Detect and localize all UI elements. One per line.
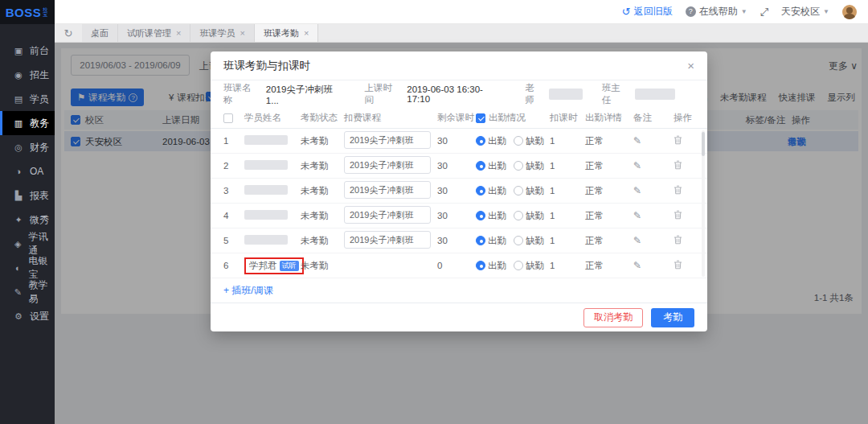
radio-absent[interactable]: 缺勤 [514, 185, 544, 197]
finance-icon: ◎ [13, 142, 24, 153]
sidebar-item-财务[interactable]: ◎财务 [0, 135, 55, 159]
sidebar-item-label: 前台 [30, 44, 49, 58]
sidebar-item-电银宝[interactable]: ◐电银宝 [0, 256, 55, 280]
radio-absent[interactable]: 缺勤 [514, 260, 544, 272]
edit-note-icon[interactable]: ✎ [633, 260, 641, 271]
radio-absent[interactable]: 缺勤 [514, 235, 544, 247]
delete-icon[interactable] [674, 235, 682, 245]
modal-header: 班课考勤与扣课时 × [211, 51, 707, 80]
avatar[interactable] [842, 5, 857, 19]
sidebar-item-微秀[interactable]: ✦微秀 [0, 208, 55, 232]
delete-icon[interactable] [674, 135, 682, 145]
back-to-old-version-link[interactable]: ↺ 返回旧版 [622, 5, 673, 19]
tab-label: 班课学员 [199, 27, 235, 39]
class-time-value: 2019-06-03 16:30-17:10 [407, 84, 506, 104]
student-icon: ▤ [13, 94, 24, 105]
weixiu-icon: ✦ [13, 215, 24, 225]
course-input[interactable]: 2019尖子冲刺班 [344, 156, 431, 174]
trial-badge: 试听 [280, 261, 299, 271]
academic-icon: ▥ [13, 118, 24, 129]
delete-icon[interactable] [674, 160, 682, 170]
delete-icon[interactable] [674, 260, 682, 270]
course-input[interactable]: 2019尖子冲刺班 [344, 206, 431, 224]
deduct-hours: 1 [550, 261, 585, 270]
sidebar-item-label: 教务 [30, 117, 49, 130]
edit-note-icon[interactable]: ✎ [633, 185, 641, 196]
edit-note-icon[interactable]: ✎ [633, 160, 641, 171]
modal-column-header: 学员姓名 [244, 112, 301, 124]
modal-column-header: 备注 [633, 112, 674, 124]
radio-present[interactable]: 出勤 [476, 185, 506, 197]
student-name-redacted [244, 135, 288, 145]
sidebar-item-OA[interactable]: ◑OA [0, 159, 55, 183]
select-all-checkbox[interactable] [223, 113, 233, 123]
close-icon[interactable]: × [240, 28, 244, 38]
sidebar-item-label: 微秀 [30, 213, 49, 227]
student-name-redacted [244, 160, 288, 170]
sidebar-item-前台[interactable]: ▣前台 [0, 39, 55, 63]
tab-试听课管理[interactable]: 试听课管理× [118, 24, 190, 42]
app-logo: BOSS 校宝 [0, 0, 55, 24]
sidebar-item-label: 电银宝 [29, 254, 55, 282]
delete-icon[interactable] [674, 185, 682, 195]
tab-桌面[interactable]: 桌面 [82, 24, 118, 42]
sidebar-item-label: 报表 [30, 189, 49, 203]
fullscreen-icon[interactable]: ⤢ [760, 6, 768, 19]
campus-switcher[interactable]: 天安校区 ▼ [781, 5, 829, 19]
oa-icon: ◑ [13, 167, 24, 176]
teacher-name-redacted [549, 89, 583, 100]
attendance-status: 未考勤 [301, 260, 344, 272]
delete-icon[interactable] [674, 210, 682, 220]
insert-class-link[interactable]: + 插班/调课 [223, 284, 273, 298]
refresh-icon[interactable]: ↻ [55, 24, 82, 42]
online-help-menu[interactable]: ? 在线帮助 ▼ [686, 5, 747, 19]
report-chart-icon: ▙ [13, 191, 24, 201]
tab-班课考勤[interactable]: 班课考勤× [255, 24, 318, 42]
sidebar-item-教务[interactable]: ▥教务 [0, 111, 55, 135]
row-number: 5 [223, 236, 244, 245]
sidebar-item-学员[interactable]: ▤学员 [0, 87, 55, 111]
sidebar-item-教学易[interactable]: ✎教学易 [0, 280, 55, 304]
student-row: 5未考勤2019尖子冲刺班30出勤缺勤1正常✎ [211, 228, 707, 253]
edit-note-icon[interactable]: ✎ [633, 210, 641, 221]
course-input[interactable]: 2019尖子冲刺班 [344, 231, 431, 249]
radio-present[interactable]: 出勤 [476, 135, 506, 147]
attendance-status: 未考勤 [301, 235, 344, 247]
sidebar-item-招生[interactable]: ◉招生 [0, 63, 55, 87]
app-window: BOSS 校宝 ▣前台◉招生▤学员▥教务◎财务◑OA▙报表✦微秀◈学讯通◐电银宝… [0, 0, 868, 424]
scrollbar-thumb[interactable] [702, 132, 705, 156]
radio-absent[interactable]: 缺勤 [514, 210, 544, 222]
close-icon[interactable]: × [304, 28, 309, 38]
cancel-attendance-button[interactable]: 取消考勤 [583, 308, 643, 327]
question-icon: ? [686, 6, 696, 17]
sidebar-item-设置[interactable]: ⚙设置 [0, 304, 55, 328]
topbar: ↺ 返回旧版 ? 在线帮助 ▼ ⤢ 天安校区 ▼ [55, 0, 868, 24]
edit-note-icon[interactable]: ✎ [633, 235, 641, 246]
radio-present[interactable]: 出勤 [476, 235, 506, 247]
attendance-detail: 正常 [585, 260, 633, 272]
sidebar-item-报表[interactable]: ▙报表 [0, 183, 55, 208]
close-icon[interactable]: × [687, 60, 694, 72]
modal-column-header: 剩余课时 [437, 112, 476, 124]
class-time-label: 上课时间 [364, 82, 401, 106]
dianyinbao-icon: ◐ [13, 263, 23, 273]
tab-班课学员[interactable]: 班课学员× [190, 24, 254, 42]
logo-text: BOSS [6, 6, 42, 19]
close-icon[interactable]: × [176, 28, 181, 38]
attendance-filter-checkbox[interactable] [476, 113, 485, 123]
radio-present[interactable]: 出勤 [476, 160, 506, 172]
edit-note-icon[interactable]: ✎ [633, 135, 641, 146]
course-input[interactable]: 2019尖子冲刺班 [344, 181, 431, 199]
class-name-value: 2019尖子冲刺班1... [266, 84, 346, 105]
radio-present[interactable]: 出勤 [476, 210, 506, 222]
radio-present[interactable]: 出勤 [476, 260, 506, 272]
radio-absent[interactable]: 缺勤 [514, 135, 544, 147]
teacher-label: 老师 [525, 82, 543, 106]
row-number: 4 [223, 211, 244, 220]
course-input[interactable]: 2019尖子冲刺班 [344, 131, 431, 149]
attendance-button[interactable]: 考勤 [651, 308, 694, 327]
remaining-hours: 30 [437, 161, 476, 171]
radio-absent[interactable]: 缺勤 [514, 160, 544, 172]
deduct-hours: 1 [550, 161, 585, 171]
sidebar-item-学讯通[interactable]: ◈学讯通 [0, 232, 55, 256]
